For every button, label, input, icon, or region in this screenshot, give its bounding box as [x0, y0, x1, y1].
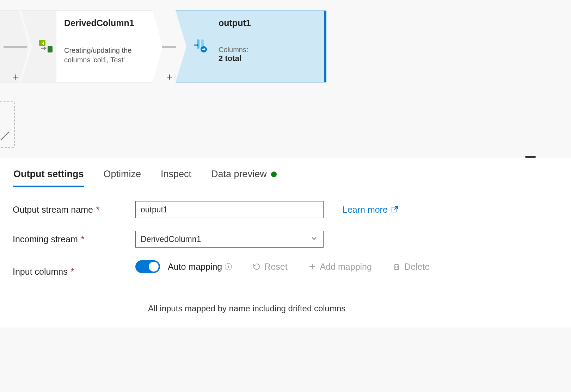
node-input-arrow — [21, 11, 37, 82]
incoming-stream-select[interactable] — [135, 231, 324, 248]
columns-label: Columns: — [219, 46, 317, 54]
reset-icon — [252, 262, 261, 271]
node-body: DerivedColumn1 Creating/updating the col… — [56, 11, 163, 82]
incoming-stream-label: Incoming stream * — [13, 234, 135, 244]
tab-inspect[interactable]: Inspect — [160, 164, 192, 187]
configuration-panel: Output settings Optimize Inspect Data pr… — [0, 158, 571, 328]
dataflow-canvas[interactable]: + DerivedColumn1 Creating/updating the c… — [0, 0, 571, 158]
delete-button[interactable]: Delete — [392, 262, 430, 272]
status-dot-icon — [271, 172, 277, 177]
toggle-knob — [149, 262, 159, 272]
svg-rect-3 — [48, 46, 53, 52]
tab-label: Data preview — [211, 169, 267, 180]
node-title: output1 — [219, 18, 317, 28]
derived-column-icon — [37, 11, 56, 82]
node-input-arrow — [176, 11, 191, 82]
mapping-note-text: All inputs mapped by name including drif… — [135, 296, 558, 313]
tabs-bar: Output settings Optimize Inspect Data pr… — [0, 158, 571, 187]
node-derived-column[interactable]: DerivedColumn1 Creating/updating the col… — [21, 11, 163, 82]
svg-line-7 — [1, 132, 9, 140]
learn-more-link[interactable]: Learn more — [343, 205, 399, 215]
node-title: DerivedColumn1 — [64, 18, 155, 28]
svg-rect-2 — [43, 42, 44, 45]
info-icon[interactable]: i — [225, 263, 232, 270]
node-output[interactable]: output1 Columns: 2 total — [176, 11, 326, 82]
tab-optimize[interactable]: Optimize — [103, 164, 142, 187]
output-stream-name-label: Output stream name * — [13, 205, 135, 215]
auto-mapping-toggle[interactable] — [135, 260, 160, 273]
node-description: Creating/updating the columns 'col1, Tes… — [64, 46, 155, 65]
add-node-button-left[interactable]: + — [13, 71, 19, 83]
diagonal-stroke — [0, 130, 11, 141]
partial-node-dashed[interactable] — [0, 101, 15, 148]
node-body: output1 Columns: 2 total — [211, 11, 326, 82]
tab-output-settings[interactable]: Output settings — [13, 164, 84, 187]
tab-data-preview[interactable]: Data preview — [210, 164, 277, 187]
reset-button[interactable]: Reset — [252, 262, 287, 272]
external-link-icon — [391, 206, 399, 213]
add-node-button-mid[interactable]: + — [166, 71, 173, 83]
plus-icon — [308, 262, 317, 271]
columns-value: 2 total — [219, 54, 317, 63]
output-stream-name-input[interactable] — [135, 201, 324, 218]
incoming-stream-value[interactable] — [135, 231, 324, 248]
add-mapping-button[interactable]: Add mapping — [308, 262, 372, 272]
output-settings-form: Output stream name * Learn more Incoming… — [0, 187, 571, 328]
input-columns-label: Input columns * — [13, 267, 135, 277]
trash-icon — [392, 262, 401, 271]
connector-line — [162, 46, 176, 48]
output-sink-icon — [191, 11, 211, 82]
auto-mapping-label: Auto mapping i — [168, 262, 232, 272]
